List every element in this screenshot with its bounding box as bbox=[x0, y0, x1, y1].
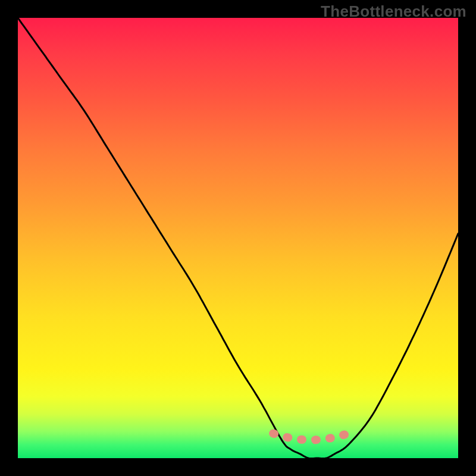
chart-frame: TheBottleneck.com bbox=[0, 0, 476, 476]
plot-area bbox=[18, 18, 458, 458]
bottleneck-curve bbox=[18, 18, 458, 458]
watermark-text: TheBottleneck.com bbox=[321, 2, 466, 21]
sweet-spot-dots bbox=[273, 433, 348, 440]
chart-svg bbox=[18, 18, 458, 458]
